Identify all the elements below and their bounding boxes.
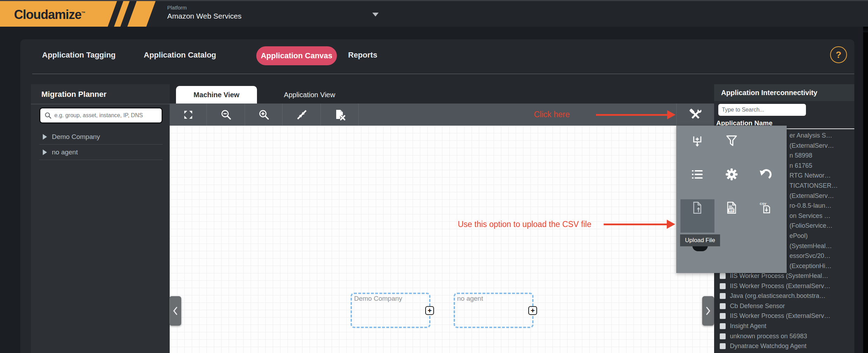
clear-canvas-icon: [334, 109, 346, 121]
checkbox[interactable]: [720, 313, 726, 319]
nav-divider: [32, 74, 854, 74]
fit-view-button[interactable]: [283, 104, 321, 126]
chevron-right-icon: [705, 306, 711, 315]
tree-item-label: no agent: [52, 148, 78, 156]
application-name: Java (org.elasticsearch.bootstra…: [730, 292, 826, 300]
add-node-button[interactable]: +: [425, 306, 434, 315]
app-root: Cloudamize™ Platform Amazon Web Services…: [0, 0, 868, 353]
checkbox[interactable]: [720, 283, 726, 289]
migration-planner-sidebar: Migration Planner Demo Company no agent: [31, 84, 170, 353]
sidebar-search-box[interactable]: [39, 107, 163, 124]
annotation-arrow: [596, 114, 668, 116]
annotation-upload-csv: Use this option to upload the CSV file: [458, 220, 591, 229]
cloudamize-logo: Cloudamize™: [14, 7, 85, 22]
list-item[interactable]: IIS Worker Process (ExternalServ…: [714, 281, 854, 291]
list-item[interactable]: Java (org.elasticsearch.bootstra…: [714, 291, 854, 301]
tab-machine-view[interactable]: Machine View: [176, 86, 257, 104]
zoom-out-icon: [221, 109, 232, 120]
tree-item-no-agent[interactable]: no agent: [39, 145, 163, 160]
checkbox[interactable]: [720, 323, 726, 329]
brand-stripe: [127, 1, 156, 27]
brand-stripe: [114, 1, 130, 27]
add-group-icon: [691, 134, 704, 147]
tools-icon: [689, 108, 702, 121]
group-box-demo-company[interactable]: Demo Company +: [351, 293, 430, 328]
list-item[interactable]: unknown process on 56983: [714, 331, 854, 341]
caret-right-icon[interactable]: [43, 134, 47, 140]
top-header: Cloudamize™ Platform Amazon Web Services: [0, 0, 868, 27]
zoom-in-icon: [258, 109, 270, 120]
filter-button[interactable]: [720, 129, 743, 152]
search-icon: [45, 112, 52, 119]
fullscreen-button[interactable]: [170, 104, 207, 126]
tree-item-demo-company[interactable]: Demo Company: [39, 129, 163, 145]
group-label: no agent: [457, 295, 483, 302]
tab-reports[interactable]: Reports: [348, 51, 377, 60]
group-label: Demo Company: [354, 295, 402, 302]
application-name: IIS Worker Process (ExternalServ…: [730, 312, 830, 320]
application-name: IIS Worker Process (SystemHeal…: [730, 272, 828, 280]
canvas-tab-strip: Machine View Application View: [170, 84, 714, 104]
svg-text:CSV: CSV: [760, 202, 766, 206]
application-name: unknown process on 56983: [730, 333, 807, 340]
caret-right-icon[interactable]: [43, 149, 47, 155]
filter-icon: [725, 134, 738, 147]
upload-file-tooltip: Upload File: [680, 234, 720, 246]
application-name: Cb Defense Sensor: [730, 302, 785, 310]
platform-selector[interactable]: Platform Amazon Web Services: [167, 5, 242, 20]
csv-download-icon: CSV: [759, 201, 772, 214]
undo-icon: [759, 168, 772, 181]
zoom-out-button[interactable]: [207, 104, 245, 126]
undo-button[interactable]: [754, 163, 777, 186]
csv-file-icon: CSV: [725, 201, 738, 214]
svg-text:CSV: CSV: [728, 209, 734, 212]
trademark: ™: [81, 11, 85, 15]
settings-button[interactable]: [720, 163, 743, 186]
platform-value: Amazon Web Services: [167, 12, 242, 20]
zoom-in-button[interactable]: [245, 104, 283, 126]
list-item[interactable]: Cb Defense Sensor: [714, 301, 854, 311]
upload-file-icon: [691, 201, 704, 214]
application-name: IIS Worker Process (ExternalServ…: [730, 282, 830, 290]
fullscreen-icon: [183, 109, 194, 120]
checkbox[interactable]: [720, 343, 726, 349]
tools-dropdown-menu: CSV CSV Upload File: [676, 126, 787, 273]
checkbox[interactable]: [720, 303, 726, 309]
list-item[interactable]: Dynatrace Watchdog Agent: [714, 341, 854, 351]
tab-application-view[interactable]: Application View: [257, 86, 362, 104]
checkbox[interactable]: [720, 293, 726, 299]
machine-view-canvas[interactable]: Demo Company + no agent +: [170, 126, 714, 353]
tab-application-canvas[interactable]: Application Canvas: [256, 46, 337, 65]
upload-file-button[interactable]: [686, 197, 708, 219]
list-view-button[interactable]: [686, 163, 708, 186]
panel-header: Application Interconnectivity: [714, 84, 854, 101]
help-button[interactable]: ?: [830, 46, 847, 63]
tools-button[interactable]: [676, 104, 714, 126]
csv-download-button[interactable]: CSV: [754, 197, 777, 219]
sidebar-search-input[interactable]: [54, 112, 157, 119]
tree-item-label: Demo Company: [52, 133, 100, 141]
checkbox[interactable]: [720, 333, 726, 339]
panel-title: Application Interconnectivity: [721, 89, 817, 97]
collapse-right-panel-handle[interactable]: [702, 296, 714, 326]
csv-report-button[interactable]: CSV: [720, 197, 743, 219]
group-box-no-agent[interactable]: no agent +: [454, 293, 534, 328]
checkbox[interactable]: [720, 273, 726, 279]
add-node-button[interactable]: +: [528, 306, 537, 315]
chevron-left-icon: [172, 306, 178, 315]
fit-collapse-icon: [296, 109, 307, 120]
annotation-click-here: Click here: [534, 110, 570, 119]
list-item[interactable]: Insight Agent: [714, 321, 854, 331]
chevron-down-icon[interactable]: [372, 13, 379, 16]
application-search-input[interactable]: [718, 104, 806, 116]
tab-application-tagging[interactable]: Application Tagging: [42, 51, 116, 60]
add-group-button[interactable]: [686, 129, 708, 152]
list-item[interactable]: IIS Worker Process (ExternalServ…: [714, 311, 854, 321]
nav-bar: Application Tagging Application Catalog …: [20, 46, 854, 67]
clear-canvas-button[interactable]: [321, 104, 359, 126]
annotation-arrow: [604, 224, 667, 225]
collapse-left-panel-handle[interactable]: [169, 296, 181, 326]
tab-application-catalog[interactable]: Application Catalog: [144, 51, 216, 60]
application-name: Insight Agent: [730, 322, 766, 330]
application-name: Dynatrace Watchdog Agent: [730, 342, 806, 350]
